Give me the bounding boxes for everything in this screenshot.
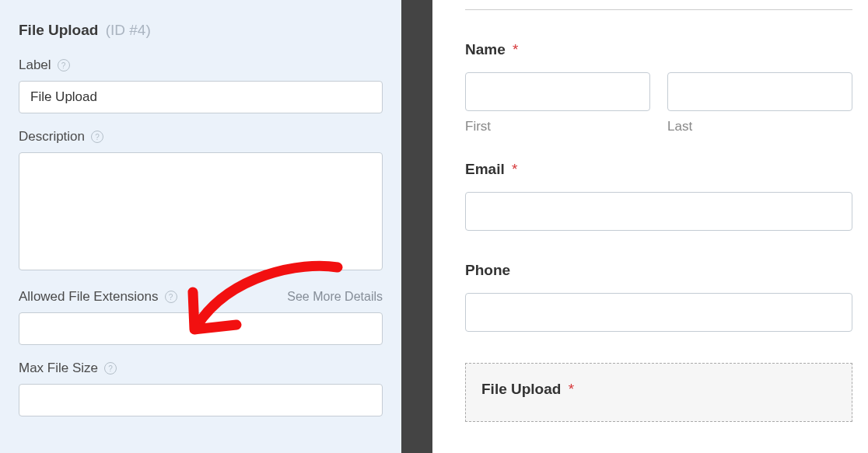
first-sublabel: First (465, 119, 650, 134)
allowed-extensions-input[interactable] (19, 312, 383, 345)
allowed-extensions-row: Allowed File Extensions ? See More Detai… (19, 289, 383, 345)
allowed-extensions-label-text: Allowed File Extensions (19, 289, 159, 305)
email-group: Email * (465, 161, 852, 231)
phone-label: Phone (465, 262, 852, 279)
help-icon[interactable]: ? (165, 291, 177, 303)
description-input[interactable] (19, 152, 383, 270)
top-hr (465, 9, 852, 10)
panel-id: (ID #4) (106, 22, 151, 38)
label-input[interactable] (19, 81, 383, 113)
file-upload-preview[interactable]: File Upload * (465, 363, 852, 422)
see-more-details-link[interactable]: See More Details (287, 290, 383, 304)
form-preview-panel: Name * First Last Email * Phone File (432, 0, 868, 453)
help-icon[interactable]: ? (91, 131, 103, 143)
max-file-size-label: Max File Size ? (19, 361, 383, 376)
email-label: Email * (465, 161, 852, 178)
field-settings-panel: File Upload (ID #4) Label ? Description … (0, 0, 401, 453)
description-label-text: Description (19, 129, 85, 145)
max-file-size-row: Max File Size ? (19, 361, 383, 416)
upload-label: File Upload * (481, 381, 836, 398)
panel-divider (401, 0, 432, 453)
label-text: Label (19, 57, 51, 73)
max-file-size-text: Max File Size (19, 361, 98, 376)
max-file-size-input[interactable] (19, 384, 383, 416)
allowed-extensions-label-row: Allowed File Extensions ? See More Detai… (19, 289, 383, 305)
label-field-label: Label ? (19, 57, 383, 73)
phone-group: Phone (465, 262, 852, 332)
required-asterisk: * (512, 161, 517, 177)
panel-title-text: File Upload (19, 22, 98, 38)
panel-title: File Upload (ID #4) (19, 22, 383, 39)
last-sublabel: Last (667, 119, 852, 134)
first-name-input[interactable] (465, 72, 650, 111)
label-field-row: Label ? (19, 57, 383, 113)
name-label: Name * (465, 41, 852, 58)
phone-input[interactable] (465, 293, 852, 332)
required-asterisk: * (569, 381, 574, 397)
help-icon[interactable]: ? (104, 362, 117, 375)
name-group: Name * First Last (465, 41, 852, 134)
email-input[interactable] (465, 192, 852, 231)
required-asterisk: * (513, 41, 518, 57)
description-field-label: Description ? (19, 129, 383, 145)
description-field-row: Description ? (19, 129, 383, 274)
last-name-input[interactable] (667, 72, 852, 111)
help-icon[interactable]: ? (58, 59, 70, 71)
